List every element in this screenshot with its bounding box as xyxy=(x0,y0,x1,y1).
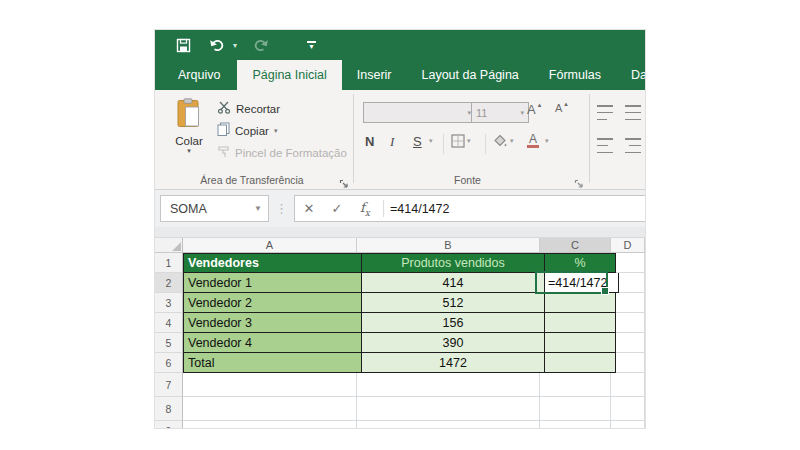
fill-color-button[interactable]: ▾ xyxy=(493,134,514,148)
cell-A9[interactable] xyxy=(183,421,357,428)
cell-B2[interactable]: 414 xyxy=(362,273,545,293)
cell-B7[interactable] xyxy=(357,373,540,397)
cell-C7[interactable] xyxy=(540,373,611,397)
font-group-label: Fonte xyxy=(357,174,578,186)
paste-button[interactable]: Colar ▾ xyxy=(169,98,209,153)
cell-C2[interactable]: =414/1472 xyxy=(545,273,619,293)
cell-A7[interactable] xyxy=(183,373,357,397)
cell-B9[interactable] xyxy=(357,421,540,428)
tab-pagina-inicial[interactable]: Página Inicial xyxy=(237,60,341,90)
row-header-9[interactable]: 9 xyxy=(155,421,183,428)
font-color-button[interactable]: A xyxy=(527,134,539,148)
clipboard-dialog-launcher-icon[interactable] xyxy=(339,175,349,185)
column-header-C[interactable]: C xyxy=(540,238,611,253)
group-divider xyxy=(589,94,590,183)
format-painter-icon xyxy=(217,144,230,162)
cell-C5[interactable] xyxy=(545,333,616,353)
cancel-icon[interactable]: ✕ xyxy=(295,201,323,216)
cell-C3[interactable] xyxy=(545,293,616,313)
row-header-6[interactable]: 6 xyxy=(155,353,183,373)
decrease-font-size-button[interactable]: A▴ xyxy=(555,102,568,114)
tab-dados[interactable]: Dados xyxy=(616,60,645,90)
cell-B8[interactable] xyxy=(357,397,540,421)
tab-layout-da-pagina[interactable]: Layout da Página xyxy=(406,60,533,90)
align-center-icon[interactable] xyxy=(625,136,645,155)
font-size-combo[interactable]: 11 ▾ xyxy=(471,102,529,123)
underline-button[interactable]: S xyxy=(413,134,422,149)
tab-formulas[interactable]: Fórmulas xyxy=(534,60,616,90)
bold-button[interactable]: N xyxy=(365,134,374,149)
name-box[interactable]: SOMA ▼ xyxy=(160,195,269,222)
font-size-value: 11 xyxy=(476,107,487,119)
underline-dropdown-icon[interactable]: ▾ xyxy=(429,137,433,145)
cell-A2[interactable]: Vendedor 1 xyxy=(183,273,362,293)
row-header-4[interactable]: 4 xyxy=(155,313,183,333)
italic-label: I xyxy=(390,134,394,150)
borders-button[interactable]: ▾ xyxy=(451,134,471,148)
formula-sheet-gap xyxy=(155,227,645,238)
cell-C8[interactable] xyxy=(540,397,611,421)
excel-window: ▾ ▾ ArquivoPágina InicialInserirLayout d… xyxy=(155,30,645,428)
format-painter-button[interactable]: Pincel de Formatação xyxy=(217,144,347,162)
formula-input[interactable]: =414/1472 xyxy=(390,202,449,216)
enter-icon[interactable]: ✓ xyxy=(323,201,351,216)
cell-B6[interactable]: 1472 xyxy=(362,353,545,373)
cell-A8[interactable] xyxy=(183,397,357,421)
customize-quick-access-icon[interactable]: ▾ xyxy=(307,41,316,49)
save-icon[interactable] xyxy=(173,34,193,56)
tab-inserir[interactable]: Inserir xyxy=(342,60,407,90)
row-header-7[interactable]: 7 xyxy=(155,373,183,397)
cell-D6[interactable] xyxy=(616,353,645,373)
cell-A4[interactable]: Vendedor 3 xyxy=(183,313,362,333)
copy-dropdown-icon: ▾ xyxy=(274,127,278,135)
cell-D7[interactable] xyxy=(611,373,645,397)
align-middle-icon[interactable] xyxy=(625,103,645,122)
copy-button[interactable]: Copiar ▾ xyxy=(217,122,277,140)
cell-D2[interactable] xyxy=(619,273,645,293)
cell-A1[interactable]: Vendedores xyxy=(183,253,362,273)
insert-function-icon[interactable]: fx xyxy=(351,200,379,218)
row-header-8[interactable]: 8 xyxy=(155,397,183,421)
sheet-row-7: 7 xyxy=(155,373,645,397)
font-dialog-launcher-icon[interactable] xyxy=(574,175,584,185)
ribbon: Colar ▾ Recortar Copiar ▾ Pince xyxy=(155,90,645,190)
cell-B3[interactable]: 512 xyxy=(362,293,545,313)
cell-D8[interactable] xyxy=(611,397,645,421)
row-header-5[interactable]: 5 xyxy=(155,333,183,353)
cell-B4[interactable]: 156 xyxy=(362,313,545,333)
row-header-3[interactable]: 3 xyxy=(155,293,183,313)
select-all-corner[interactable] xyxy=(155,238,183,253)
cell-C6[interactable] xyxy=(545,353,616,373)
cell-C9[interactable] xyxy=(540,421,611,428)
align-left-icon[interactable] xyxy=(597,136,617,155)
cell-B5[interactable]: 390 xyxy=(362,333,545,353)
cell-D3[interactable] xyxy=(616,293,645,313)
column-header-B[interactable]: B xyxy=(357,238,540,253)
font-name-combo[interactable]: ▾ xyxy=(363,102,476,123)
tab-arquivo[interactable]: Arquivo xyxy=(161,60,237,90)
cell-B1[interactable]: Produtos vendidos xyxy=(362,253,545,273)
undo-icon[interactable] xyxy=(207,34,227,56)
cell-A3[interactable]: Vendedor 2 xyxy=(183,293,362,313)
increase-font-size-button[interactable]: A▴ xyxy=(527,102,541,117)
align-top-icon[interactable] xyxy=(597,103,617,122)
cell-D5[interactable] xyxy=(616,333,645,353)
cell-A5[interactable]: Vendedor 4 xyxy=(183,333,362,353)
cell-D4[interactable] xyxy=(616,313,645,333)
row-header-2[interactable]: 2 xyxy=(155,273,183,293)
redo-icon[interactable] xyxy=(251,34,271,56)
column-header-A[interactable]: A xyxy=(183,238,357,253)
italic-button[interactable]: I xyxy=(390,134,394,150)
column-header-D[interactable]: D xyxy=(611,238,645,253)
cell-D9[interactable] xyxy=(611,421,645,428)
row-header-1[interactable]: 1 xyxy=(155,253,183,273)
font-color-dropdown-icon[interactable]: ▾ xyxy=(545,137,549,145)
cell-C4[interactable] xyxy=(545,313,616,333)
mini-divider xyxy=(485,134,486,154)
cell-A6[interactable]: Total xyxy=(183,353,362,373)
cell-D1[interactable] xyxy=(616,253,645,273)
cell-C1[interactable]: % xyxy=(545,253,616,273)
undo-dropdown-icon[interactable]: ▾ xyxy=(233,41,237,50)
column-header-row: ABCD xyxy=(155,238,645,253)
cut-button[interactable]: Recortar xyxy=(217,100,280,118)
